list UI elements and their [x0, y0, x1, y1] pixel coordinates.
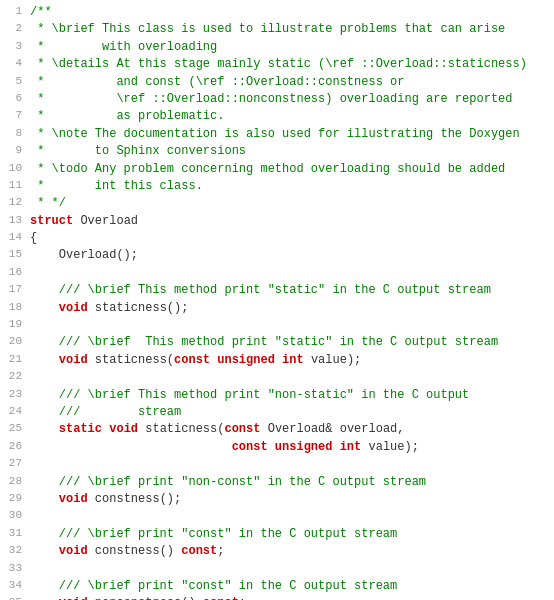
code-token: value);: [304, 353, 362, 367]
code-token: * int this class.: [30, 179, 203, 193]
line-content: void nonconstness() const;: [30, 595, 552, 600]
line-content: /// \brief This method print "static" in…: [30, 334, 552, 351]
line-content: [30, 561, 552, 578]
line-content: * \todo Any problem concerning method ov…: [30, 161, 552, 178]
code-token: [30, 596, 59, 600]
line-content: [30, 317, 552, 334]
line-content: void constness() const;: [30, 543, 552, 560]
line-content: /// \brief This method print "non-static…: [30, 387, 552, 404]
line-content: static void staticness(const Overload& o…: [30, 421, 552, 438]
line-number: 3: [2, 39, 30, 55]
code-token: void: [59, 544, 88, 558]
code-token: unsigned: [275, 440, 333, 454]
code-line: 17 /// \brief This method print "static"…: [0, 282, 554, 299]
line-number: 11: [2, 178, 30, 194]
line-number: 14: [2, 230, 30, 246]
code-line: 30: [0, 508, 554, 525]
line-content: Overload();: [30, 247, 552, 264]
code-token: unsigned: [217, 353, 275, 367]
code-line: 24 /// stream: [0, 404, 554, 421]
code-line: 27: [0, 456, 554, 473]
code-line: 31 /// \brief print "const" in the C out…: [0, 526, 554, 543]
line-number: 27: [2, 456, 30, 472]
line-content: /// stream: [30, 404, 552, 421]
code-token: /**: [30, 5, 52, 19]
line-number: 15: [2, 247, 30, 263]
line-number: 1: [2, 4, 30, 20]
code-line: 9 * to Sphinx conversions: [0, 143, 554, 160]
code-token: [275, 353, 282, 367]
code-line: 6 * \ref ::Overload::nonconstness) overl…: [0, 91, 554, 108]
code-line: 26 const unsigned int value);: [0, 439, 554, 456]
code-token: int: [282, 353, 304, 367]
line-content: * to Sphinx conversions: [30, 143, 552, 160]
code-token: /// stream: [30, 405, 181, 419]
code-token: void: [59, 596, 88, 600]
code-token: /// \brief print "const" in the C output…: [30, 579, 397, 593]
code-line: 25 static void staticness(const Overload…: [0, 421, 554, 438]
line-content: const unsigned int value);: [30, 439, 552, 456]
line-content: /// \brief This method print "static" in…: [30, 282, 552, 299]
code-token: ;: [239, 596, 246, 600]
code-token: Overload: [73, 214, 138, 228]
line-number: 21: [2, 352, 30, 368]
line-content: * \note The documentation is also used f…: [30, 126, 552, 143]
code-line: 34 /// \brief print "const" in the C out…: [0, 578, 554, 595]
code-token: staticness(: [88, 353, 174, 367]
code-line: 15 Overload();: [0, 247, 554, 264]
line-number: 32: [2, 543, 30, 559]
code-line: 22: [0, 369, 554, 386]
line-content: [30, 265, 552, 282]
line-number: 18: [2, 300, 30, 316]
code-token: void: [59, 353, 88, 367]
line-number: 28: [2, 474, 30, 490]
code-token: /// \brief This method print "static" in…: [30, 335, 498, 349]
code-token: /// \brief print "non-const" in the C ou…: [30, 475, 426, 489]
code-line: 4 * \details At this stage mainly static…: [0, 56, 554, 73]
code-line: 14{: [0, 230, 554, 247]
line-content: * \brief This class is used to illustrat…: [30, 21, 552, 38]
line-content: * int this class.: [30, 178, 552, 195]
code-token: void: [109, 422, 138, 436]
code-line: 7 * as problematic.: [0, 108, 554, 125]
line-content: * \details At this stage mainly static (…: [30, 56, 552, 73]
line-number: 16: [2, 265, 30, 281]
code-token: * and const (\ref ::Overload::constness …: [30, 75, 404, 89]
code-token: Overload();: [30, 248, 138, 262]
line-number: 34: [2, 578, 30, 594]
line-number: 4: [2, 56, 30, 72]
line-number: 29: [2, 491, 30, 507]
line-number: 6: [2, 91, 30, 107]
code-token: int: [340, 440, 362, 454]
line-number: 30: [2, 508, 30, 524]
code-line: 20 /// \brief This method print "static"…: [0, 334, 554, 351]
line-number: 9: [2, 143, 30, 159]
code-token: * \todo Any problem concerning method ov…: [30, 162, 505, 176]
code-line: 35 void nonconstness() const;: [0, 595, 554, 600]
code-token: * with overloading: [30, 40, 217, 54]
code-line: 13struct Overload: [0, 213, 554, 230]
code-token: [30, 301, 59, 315]
code-line: 32 void constness() const;: [0, 543, 554, 560]
code-token: Overload& overload,: [260, 422, 404, 436]
code-token: * \brief This class is used to illustrat…: [30, 22, 505, 36]
code-token: * \note The documentation is also used f…: [30, 127, 520, 141]
code-line: 10 * \todo Any problem concerning method…: [0, 161, 554, 178]
line-content: * */: [30, 195, 552, 212]
line-number: 5: [2, 74, 30, 90]
code-token: nonconstness(): [88, 596, 203, 600]
line-content: {: [30, 230, 552, 247]
code-line: 33: [0, 561, 554, 578]
line-number: 20: [2, 334, 30, 350]
code-token: [30, 544, 59, 558]
code-line: 12 * */: [0, 195, 554, 212]
code-token: * to Sphinx conversions: [30, 144, 246, 158]
line-number: 24: [2, 404, 30, 420]
code-token: ;: [217, 544, 224, 558]
code-line: 5 * and const (\ref ::Overload::constnes…: [0, 74, 554, 91]
code-line: 1/**: [0, 4, 554, 21]
line-number: 35: [2, 595, 30, 600]
code-token: /// \brief This method print "static" in…: [30, 283, 491, 297]
line-number: 31: [2, 526, 30, 542]
line-content: * and const (\ref ::Overload::constness …: [30, 74, 552, 91]
